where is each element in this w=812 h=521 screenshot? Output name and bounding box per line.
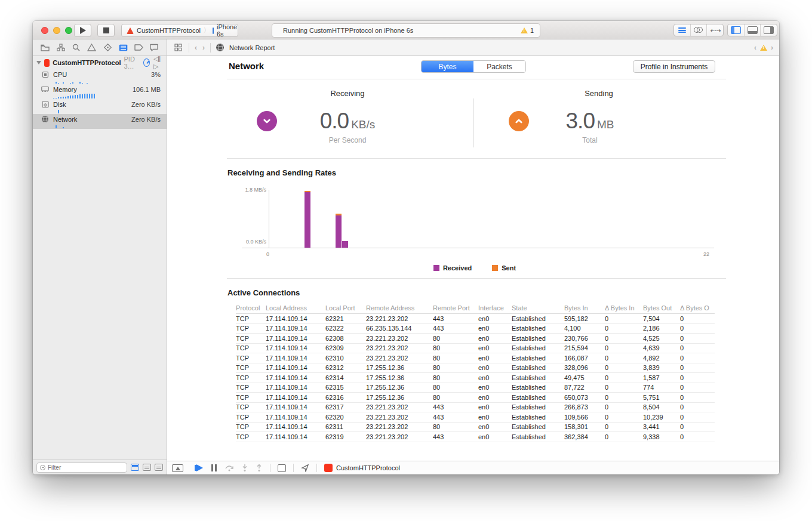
column-header[interactable]: Δ Bytes O [680, 304, 715, 312]
toggle-navigator-button[interactable] [728, 24, 745, 36]
column-header[interactable]: Bytes Out [643, 304, 680, 312]
minimize-window-button[interactable] [53, 27, 60, 34]
table-row[interactable]: TCP17.114.109.146232123.221.23.202443en0… [236, 314, 715, 324]
assistant-editor-button[interactable] [691, 24, 708, 36]
table-row[interactable]: TCP17.114.109.146231617.255.12.3680en0Es… [236, 393, 715, 403]
search-navigator-icon[interactable] [71, 43, 81, 53]
memory-columns-icon[interactable]: ◁||▷ [153, 55, 162, 70]
table-cell: 230,766 [564, 335, 605, 342]
column-header[interactable]: Interface [478, 304, 512, 312]
table-cell: 49,475 [564, 374, 605, 381]
step-into-button[interactable] [241, 464, 248, 472]
disclosure-triangle-icon[interactable] [36, 61, 41, 64]
column-header[interactable]: Remote Address [366, 304, 433, 312]
table-cell: TCP [236, 344, 266, 352]
column-header[interactable]: State [512, 304, 564, 312]
table-cell: Established [512, 335, 564, 342]
sidebar-gauge-memory[interactable]: Memory106.1 MB [33, 84, 167, 99]
table-row[interactable]: TCP17.114.109.146231123.221.23.20280en0E… [236, 423, 715, 433]
sidebar-gauge-cpu[interactable]: CPU3% [33, 69, 167, 84]
simulate-location-button[interactable] [301, 464, 309, 472]
table-cell: TCP [236, 364, 266, 371]
column-header[interactable]: Local Port [325, 304, 366, 312]
table-cell: 62309 [325, 344, 366, 352]
table-cell: 0 [605, 384, 643, 391]
process-row[interactable]: CustomHTTPProtocol PID 3… ◁||▷ [33, 56, 167, 69]
table-row[interactable]: TCP17.114.109.146231417.255.12.3680en0Es… [236, 373, 715, 383]
table-row[interactable]: TCP17.114.109.146231023.221.23.20280en0E… [236, 353, 715, 363]
profile-in-instruments-button[interactable]: Profile in Instruments [633, 60, 715, 73]
window-body: CustomHTTPProtocol PID 3… ◁||▷ CPU3%Memo… [33, 56, 779, 474]
sidebar-gauge-network[interactable]: NetworkZero KB/s [33, 114, 167, 129]
column-header[interactable]: Bytes In [564, 304, 605, 312]
issue-warning-icon[interactable] [760, 45, 767, 51]
table-row[interactable]: TCP17.114.109.146230823.221.23.20280en0E… [236, 334, 715, 344]
version-editor-button[interactable]: ⇠⇢ [707, 24, 723, 36]
table-row[interactable]: TCP17.114.109.146230923.221.23.20280en0E… [236, 344, 715, 354]
project-navigator-icon[interactable] [40, 43, 50, 53]
pause-button[interactable] [210, 464, 217, 471]
previous-issue-icon[interactable]: ‹ [754, 44, 756, 52]
zoom-window-button[interactable] [65, 27, 72, 34]
toggle-debug-area-button[interactable] [745, 24, 761, 36]
toggle-inspector-button[interactable] [761, 24, 777, 36]
breakpoints-toggle-button[interactable] [190, 464, 203, 471]
warning-icon[interactable] [521, 27, 528, 33]
column-header[interactable]: Local Address [266, 304, 325, 312]
threads-view-toggle-icon[interactable] [143, 464, 151, 471]
table-row[interactable]: TCP17.114.109.146231723.221.23.202443en0… [236, 403, 715, 413]
forward-icon[interactable]: › [202, 44, 205, 52]
table-cell: 23.221.23.202 [366, 354, 433, 362]
sent-swatch-icon [492, 265, 498, 271]
table-cell: 0 [680, 364, 715, 371]
issue-navigator-icon[interactable] [87, 43, 97, 53]
step-out-button[interactable] [256, 464, 263, 472]
view-hierarchy-button[interactable] [278, 464, 286, 472]
standard-editor-button[interactable] [674, 24, 691, 36]
sidebar-gauge-disk[interactable]: DiskZero KB/s [33, 99, 167, 114]
column-header[interactable]: Protocol [236, 304, 266, 312]
table-row[interactable]: TCP17.114.109.146232023.221.23.202443en0… [236, 412, 715, 423]
column-header[interactable]: Remote Port [433, 304, 478, 312]
stop-button[interactable] [97, 24, 115, 37]
table-cell: 62308 [325, 335, 366, 342]
column-header[interactable]: Δ Bytes In [605, 304, 643, 312]
table-cell: 3,441 [643, 423, 680, 430]
divider [316, 464, 317, 472]
debug-bar: CustomHTTPProtocol [167, 461, 779, 474]
test-navigator-icon[interactable] [103, 43, 113, 53]
table-row[interactable]: TCP17.114.109.146231217.255.12.3680en0Es… [236, 363, 715, 374]
run-button[interactable] [74, 24, 91, 37]
warning-count[interactable]: 1 [530, 27, 534, 34]
debug-process-chip[interactable]: CustomHTTPProtocol [324, 464, 400, 472]
table-row[interactable]: TCP17.114.109.146231923.221.23.202443en0… [236, 432, 715, 442]
tab-bytes[interactable]: Bytes [422, 61, 473, 72]
table-cell: 80 [433, 374, 478, 381]
gauge-icon[interactable] [143, 58, 150, 67]
table-cell: 1,587 [643, 374, 680, 381]
jump-bar-title[interactable]: Network Report [229, 44, 275, 51]
table-cell: 17.114.109.14 [266, 374, 325, 381]
gauge-value: 106.1 MB [133, 86, 161, 93]
filter-input[interactable] [48, 464, 124, 471]
stack-view-toggle-icon[interactable] [155, 464, 163, 471]
table-row[interactable]: TCP17.114.109.146231517.255.12.3680en0Es… [236, 383, 715, 393]
table-cell: 0 [605, 394, 643, 401]
back-icon[interactable]: ‹ [195, 44, 197, 52]
standard-editor-icon [678, 27, 686, 34]
related-items-icon[interactable] [173, 43, 183, 53]
report-navigator-icon[interactable] [149, 43, 159, 53]
symbol-navigator-icon[interactable] [56, 43, 66, 53]
filter-field[interactable] [36, 463, 127, 473]
step-over-button[interactable] [224, 464, 234, 471]
table-row[interactable]: TCP17.114.109.146232266.235.135.144443en… [236, 324, 715, 334]
table-cell: en0 [478, 394, 512, 401]
flat-view-toggle-icon[interactable] [131, 464, 139, 471]
breakpoint-navigator-icon[interactable] [134, 43, 144, 53]
hide-debug-area-button[interactable] [172, 464, 183, 472]
next-issue-icon[interactable]: › [771, 44, 773, 52]
tab-packets[interactable]: Packets [473, 61, 525, 72]
scheme-selector[interactable]: CustomHTTPProtocol 〉 iPhone 6s [121, 24, 238, 37]
debug-navigator-icon[interactable] [118, 43, 128, 53]
close-window-button[interactable] [41, 27, 48, 34]
